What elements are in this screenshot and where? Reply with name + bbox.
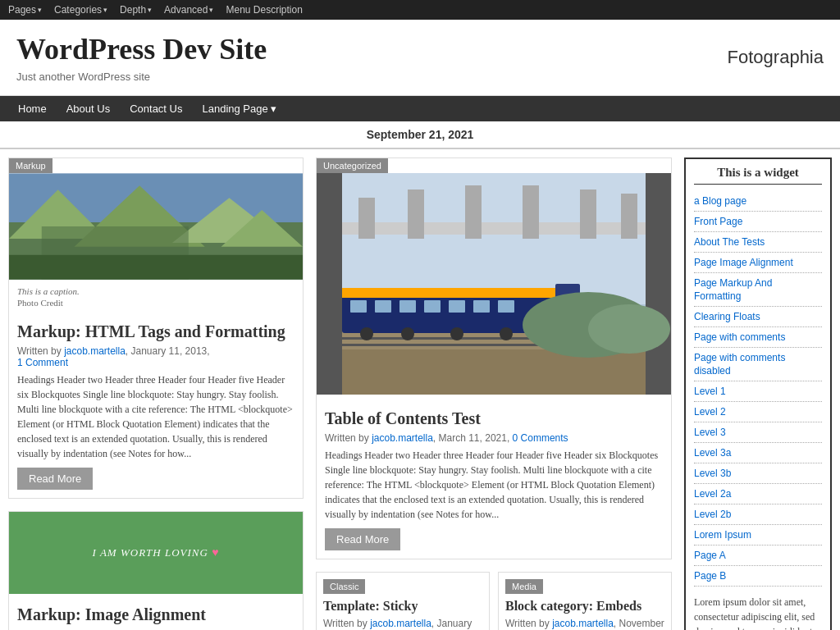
post3-category: Classic bbox=[323, 579, 365, 594]
menu-description-item[interactable]: Menu Description bbox=[226, 4, 302, 16]
nav-item-contact[interactable]: Contact Us bbox=[120, 96, 192, 121]
widget-title: This is a widget bbox=[694, 166, 822, 185]
post1-credit: Photo Credit bbox=[9, 298, 303, 311]
post4-title: Block category: Embeds bbox=[505, 598, 664, 614]
post2-date: March 11, 2021, bbox=[439, 432, 510, 444]
green-post-text: I AM WORTH LOVING ♥ bbox=[93, 546, 220, 559]
svg-point-34 bbox=[500, 327, 513, 340]
sidebar-link-clearing[interactable]: Clearing Floats bbox=[694, 307, 822, 327]
nav-link-home[interactable]: Home bbox=[8, 96, 57, 121]
svg-point-32 bbox=[401, 327, 414, 340]
green-motivational-post: I AM WORTH LOVING ♥ Markup: Image Alignm… bbox=[8, 511, 304, 630]
sidebar-link-about-tests[interactable]: About The Tests bbox=[694, 232, 822, 253]
main-navigation: Home About Us Contact Us Landing Page ▾ bbox=[0, 96, 840, 121]
post2-author-link[interactable]: jacob.martella bbox=[372, 432, 433, 444]
svg-rect-16 bbox=[621, 194, 637, 239]
svg-rect-26 bbox=[399, 300, 416, 313]
advanced-menu[interactable]: Advanced ▾ bbox=[164, 4, 213, 16]
post5-inner: Markup: Image Alignment Written by jacob… bbox=[9, 594, 303, 630]
two-column-posts: Classic Template: Sticky Written by jaco… bbox=[316, 572, 672, 630]
depth-arrow: ▾ bbox=[148, 6, 152, 14]
svg-point-37 bbox=[588, 304, 670, 354]
post2-category: Uncategorized bbox=[317, 158, 388, 173]
svg-rect-10 bbox=[342, 222, 646, 235]
content-area: Markup This is a caption. Photo Credit M… bbox=[0, 149, 840, 630]
post2-read-more-button[interactable]: Read More bbox=[325, 528, 400, 550]
post-table-contents: Uncategorized bbox=[316, 158, 672, 559]
depth-menu[interactable]: Depth ▾ bbox=[120, 4, 152, 16]
post4-category: Media bbox=[505, 579, 543, 594]
post2-meta: Written by jacob.martella, March 11, 202… bbox=[325, 432, 663, 444]
svg-rect-29 bbox=[473, 300, 490, 313]
sidebar-link-level1[interactable]: Level 1 bbox=[694, 381, 822, 402]
sidebar-link-image-align[interactable]: Page Image Alignment bbox=[694, 253, 822, 273]
date-bar: September 21, 2021 bbox=[0, 121, 840, 149]
top-navigation: Pages ▾ Categories ▾ Depth ▾ Advanced ▾ … bbox=[0, 0, 840, 20]
sidebar-lorem-text: Lorem ipsum dolor sit amet, consectetur … bbox=[694, 595, 822, 630]
sidebar-link-pageb[interactable]: Page B bbox=[694, 566, 822, 587]
post-sticky: Classic Template: Sticky Written by jaco… bbox=[316, 572, 490, 630]
svg-rect-25 bbox=[375, 300, 391, 313]
sidebar-link-blog[interactable]: a Blog page bbox=[694, 191, 822, 212]
sidebar-link-comments-disabled[interactable]: Page with comments disabled bbox=[694, 348, 822, 381]
main-column: Uncategorized bbox=[316, 158, 672, 630]
menu-description-label: Menu Description bbox=[226, 4, 302, 16]
post1-image bbox=[9, 173, 303, 280]
svg-rect-11 bbox=[358, 198, 375, 239]
pages-label: Pages bbox=[8, 4, 36, 16]
post2-excerpt: Headings Header two Header three Header … bbox=[325, 448, 663, 522]
post1-author-link[interactable]: jacob.martella bbox=[64, 345, 126, 357]
post2-comments-link[interactable]: 0 Comments bbox=[513, 432, 568, 444]
site-header: WordPress Dev Site Just another WordPres… bbox=[0, 20, 840, 96]
post1-excerpt: Headings Header two Header three Header … bbox=[17, 372, 294, 461]
nav-link-about[interactable]: About Us bbox=[57, 96, 120, 121]
sidebar-link-level2b[interactable]: Level 2b bbox=[694, 504, 822, 525]
svg-point-31 bbox=[360, 327, 373, 340]
sidebar-link-level2a[interactable]: Level 2a bbox=[694, 484, 822, 504]
post1-title: Markup: HTML Tags and Formatting bbox=[17, 322, 294, 341]
svg-rect-14 bbox=[523, 185, 539, 239]
nav-item-about[interactable]: About Us bbox=[57, 96, 120, 121]
sidebar-link-comments[interactable]: Page with comments bbox=[694, 327, 822, 348]
site-title: WordPress Dev Site bbox=[16, 32, 267, 66]
nav-item-home[interactable]: Home bbox=[8, 96, 57, 121]
post4-author-link[interactable]: jacob.martella bbox=[552, 618, 614, 629]
left-column: Markup This is a caption. Photo Credit M… bbox=[8, 158, 304, 630]
post1-read-more-button[interactable]: Read More bbox=[17, 468, 93, 490]
sidebar-link-level3a[interactable]: Level 3a bbox=[694, 443, 822, 463]
pages-menu[interactable]: Pages ▾ bbox=[8, 4, 42, 16]
nav-item-landing[interactable]: Landing Page ▾ bbox=[192, 96, 286, 121]
post1-inner: Markup: HTML Tags and Formatting Written… bbox=[9, 311, 303, 498]
svg-rect-9 bbox=[342, 173, 646, 304]
svg-rect-28 bbox=[449, 300, 465, 313]
svg-point-33 bbox=[450, 327, 463, 340]
post1-caption: This is a caption. bbox=[9, 283, 303, 298]
post1-comments-link[interactable]: 1 Comment bbox=[17, 357, 68, 368]
post3-author-link[interactable]: jacob.martella bbox=[370, 618, 431, 629]
svg-rect-15 bbox=[580, 189, 596, 239]
sidebar-link-markup-format[interactable]: Page Markup And Formatting bbox=[694, 273, 822, 307]
depth-label: Depth bbox=[120, 4, 146, 16]
sidebar-link-front[interactable]: Front Page bbox=[694, 212, 822, 232]
sidebar-link-level3b[interactable]: Level 3b bbox=[694, 463, 822, 484]
post2-title: Table of Contents Test bbox=[325, 409, 663, 428]
post2-train-image bbox=[317, 173, 671, 395]
post-markup-html: Markup This is a caption. Photo Credit M… bbox=[8, 158, 304, 499]
post3-meta: Written by jacob.martella, January 7, 20… bbox=[323, 618, 482, 630]
svg-rect-13 bbox=[465, 185, 482, 239]
date-text: September 21, 2021 bbox=[367, 128, 474, 141]
pages-arrow: ▾ bbox=[38, 6, 42, 14]
sidebar-link-pagea[interactable]: Page A bbox=[694, 546, 822, 566]
sidebar-link-lorem[interactable]: Lorem Ipsum bbox=[694, 525, 822, 546]
widget-box: This is a widget a Blog page Front Page … bbox=[684, 158, 832, 630]
categories-label: Categories bbox=[54, 4, 102, 16]
advanced-arrow: ▾ bbox=[209, 6, 213, 14]
nav-link-contact[interactable]: Contact Us bbox=[120, 96, 192, 121]
sidebar-link-level2[interactable]: Level 2 bbox=[694, 402, 822, 422]
sidebar-link-level3[interactable]: Level 3 bbox=[694, 422, 822, 443]
heart-icon: ♥ bbox=[212, 546, 219, 559]
svg-rect-30 bbox=[498, 300, 514, 313]
nav-link-landing[interactable]: Landing Page ▾ bbox=[192, 96, 286, 121]
svg-rect-7 bbox=[9, 255, 303, 280]
categories-menu[interactable]: Categories ▾ bbox=[54, 4, 107, 16]
